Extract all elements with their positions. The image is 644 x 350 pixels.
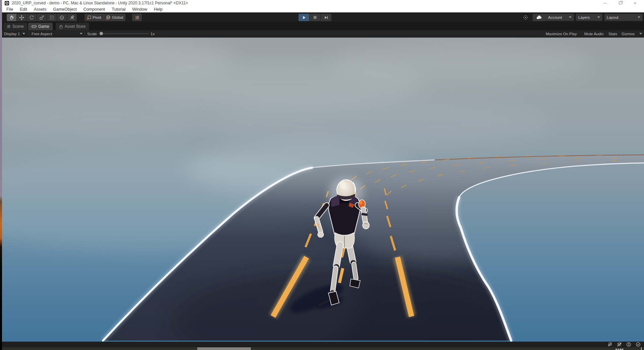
game-viewport[interactable] — [2, 38, 644, 342]
horizontal-scrollbar-thumb[interactable] — [197, 347, 251, 350]
tab-game-label: Game — [38, 24, 49, 29]
transform-tool-button[interactable] — [57, 14, 67, 21]
move-tool-button[interactable] — [17, 14, 26, 21]
asset-store-bag-icon — [59, 24, 63, 29]
scrollbar-end-tick — [641, 347, 642, 350]
title-bar: 2020_URP_curved - demo - PC, Mac & Linux… — [2, 0, 644, 6]
playback-controls — [299, 14, 331, 21]
tab-asset-store-label: Asset Store — [65, 24, 86, 29]
scale-slider-knob[interactable] — [100, 32, 103, 35]
menu-item-window[interactable]: Window — [129, 7, 150, 12]
mute-audio-button[interactable]: Mute Audio — [584, 30, 604, 37]
menu-bar: File Edit Assets GameObject Component Tu… — [2, 6, 644, 12]
menu-item-tutorial[interactable]: Tutorial — [108, 7, 129, 12]
activity-icon[interactable] — [626, 342, 631, 347]
cloud-button[interactable] — [533, 14, 546, 21]
step-button[interactable] — [321, 14, 331, 21]
tasks-done-icon[interactable] — [636, 342, 641, 347]
bottom-strip: 1101 — [2, 347, 644, 350]
scene-grid-icon — [7, 24, 11, 28]
pause-icon — [313, 15, 317, 19]
character-head — [337, 180, 356, 200]
aspect-dropdown[interactable]: Free Aspect — [32, 30, 83, 37]
move-icon — [19, 15, 24, 20]
scale-slider[interactable]: Scale 1x — [87, 30, 155, 37]
scale-value: 1x — [151, 32, 155, 36]
layout-label: Layout — [607, 15, 619, 19]
restore-button[interactable] — [612, 0, 628, 6]
snap-settings-button[interactable] — [132, 14, 142, 21]
step-icon — [324, 15, 328, 20]
grid-snap-icon — [135, 15, 140, 20]
menu-item-assets[interactable]: Assets — [31, 7, 50, 12]
scale-icon — [39, 15, 44, 20]
bell-slash-icon[interactable] — [607, 342, 612, 347]
stats-label: Stats — [608, 32, 617, 36]
gizmos-label: Gizmos — [622, 32, 635, 36]
rect-icon — [49, 15, 54, 20]
layers-label: Layers — [578, 15, 590, 19]
game-scene — [2, 38, 644, 342]
account-dropdown[interactable]: Account — [546, 14, 574, 21]
game-view-toolbar: Display 1 Free Aspect Scale 1x Maximize … — [2, 30, 644, 38]
hand-tool-button[interactable] — [7, 14, 16, 21]
chevron-down-icon — [22, 33, 25, 35]
chevron-down-icon — [639, 33, 642, 35]
global-label: Global — [112, 15, 123, 19]
menu-item-component[interactable]: Component — [80, 7, 108, 12]
display-label: Display 1 — [4, 32, 20, 36]
account-label: Account — [548, 15, 562, 19]
unity-logo-icon — [5, 1, 9, 5]
close-button[interactable]: × — [628, 0, 643, 6]
chevron-down-icon — [569, 16, 572, 18]
maximize-on-play-label: Maximize On Play — [546, 32, 577, 36]
rect-tool-button[interactable] — [47, 14, 57, 21]
chevron-down-icon — [597, 16, 600, 18]
pivot-toggle-button[interactable]: Pivot — [85, 14, 104, 21]
main-toolbar: Pivot Global — [2, 12, 644, 22]
collab-sparkle-icon — [523, 15, 528, 20]
window-title: 2020_URP_curved - demo - PC, Mac & Linux… — [12, 1, 188, 5]
gizmos-dropdown[interactable]: Gizmos — [622, 30, 642, 37]
tab-game[interactable]: Game — [28, 23, 53, 30]
custom-tools-icon — [69, 15, 74, 20]
rotate-icon — [29, 15, 34, 20]
pause-button[interactable] — [310, 14, 320, 21]
menu-item-file[interactable]: File — [2, 7, 16, 12]
menu-item-edit[interactable]: Edit — [16, 7, 31, 12]
dock-tab-strip: Scene Game Asset Store — [2, 22, 644, 30]
minimize-button[interactable] — [597, 0, 612, 6]
layers-off-icon[interactable] — [617, 342, 622, 347]
global-toggle-button[interactable]: Global — [104, 14, 125, 21]
screen: 2020_URP_curved - demo - PC, Mac & Linux… — [0, 0, 644, 350]
play-icon — [302, 15, 306, 20]
layout-dropdown[interactable]: Layout — [604, 14, 643, 21]
pivot-label: Pivot — [93, 15, 101, 19]
maximize-on-play-button[interactable]: Maximize On Play — [546, 30, 577, 37]
tab-scene-label: Scene — [12, 24, 24, 29]
display-dropdown[interactable]: Display 1 — [4, 30, 25, 37]
clipped-status-text: 1101 — [615, 348, 624, 350]
global-icon — [106, 15, 111, 20]
menu-item-help[interactable]: Help — [151, 7, 166, 12]
separator — [85, 31, 85, 36]
pivot-icon — [87, 15, 91, 20]
scale-slider-track[interactable] — [99, 34, 149, 34]
collab-button[interactable] — [521, 14, 530, 21]
layers-dropdown[interactable]: Layers — [576, 14, 602, 21]
close-icon: × — [634, 1, 637, 5]
scale-label: Scale — [87, 32, 97, 36]
rotate-tool-button[interactable] — [27, 14, 37, 21]
mute-audio-label: Mute Audio — [584, 32, 604, 36]
gamepad-icon — [32, 24, 37, 28]
scale-tool-button[interactable] — [37, 14, 47, 21]
restore-icon — [619, 2, 622, 4]
custom-tool-button[interactable] — [67, 14, 77, 21]
stats-button[interactable]: Stats — [608, 30, 617, 37]
status-bar — [2, 342, 644, 347]
tab-asset-store[interactable]: Asset Store — [56, 23, 89, 30]
tab-scene[interactable]: Scene — [3, 23, 27, 30]
play-button[interactable] — [299, 14, 309, 21]
menu-item-gameobject[interactable]: GameObject — [50, 7, 80, 12]
hand-icon — [9, 15, 14, 20]
